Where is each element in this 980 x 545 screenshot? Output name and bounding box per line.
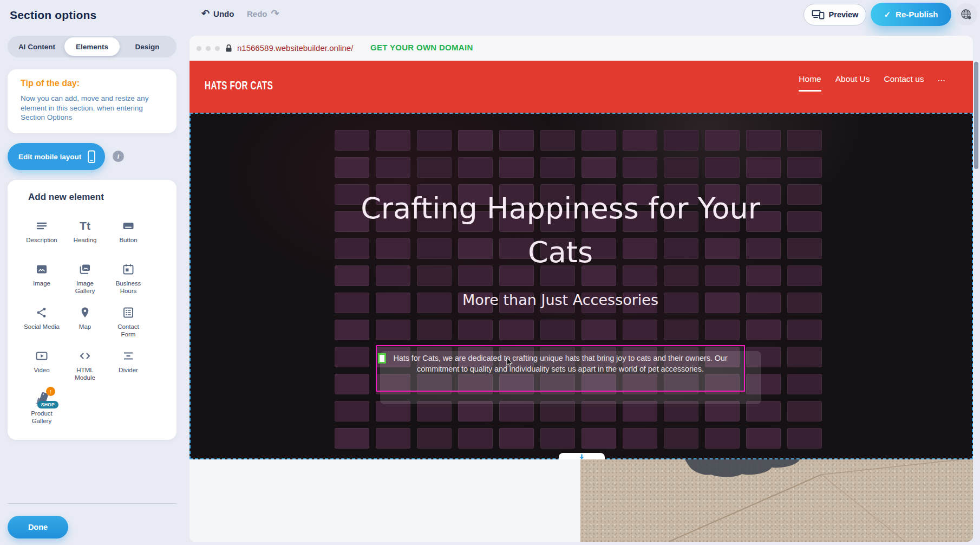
map-pin-icon xyxy=(79,304,92,321)
floor-photo xyxy=(580,459,973,542)
hero-tile xyxy=(376,157,410,178)
lock-icon xyxy=(225,44,232,53)
hero-tile xyxy=(746,130,781,151)
edit-mobile-layout-button[interactable]: Edit mobile layout xyxy=(8,143,105,170)
hero-tile xyxy=(787,401,822,421)
hero-section-selected[interactable]: Crafting Happiness for Your Cats More th… xyxy=(190,113,973,459)
hero-tile xyxy=(335,401,369,421)
hero-tile xyxy=(787,184,822,205)
tab-ai-content[interactable]: AI Content xyxy=(9,37,64,56)
hero-tile xyxy=(787,130,822,151)
hero-tile xyxy=(335,157,369,178)
element-product-gallery[interactable]: SHOP ↑ Product Gallery xyxy=(20,391,63,427)
nav-item-about-us[interactable]: About Us xyxy=(835,74,870,84)
add-element-title: Add new element xyxy=(28,192,104,203)
nav-more-icon[interactable]: ••• xyxy=(938,76,946,83)
hero-tile xyxy=(499,157,534,178)
hero-tile xyxy=(664,428,698,449)
hero-tile xyxy=(458,130,493,151)
hero-tile xyxy=(664,320,698,340)
element-divider[interactable]: Divider xyxy=(107,348,150,384)
image-icon xyxy=(35,261,48,277)
elements-grid: Description Tt Heading Button Image Imag… xyxy=(20,218,150,427)
site-header[interactable]: HATS FOR CATS Home About Us Contact us •… xyxy=(190,61,973,113)
site-logo[interactable]: HATS FOR CATS xyxy=(205,79,273,92)
floor-details xyxy=(580,459,973,542)
social-media-icon xyxy=(35,304,48,321)
nav-item-home[interactable]: Home xyxy=(799,74,821,84)
redo-button[interactable]: Redo ↷ xyxy=(247,9,279,18)
tip-of-the-day-card: Tip of the day: Now you can add, move an… xyxy=(8,69,177,133)
element-image-gallery[interactable]: Image Gallery xyxy=(63,261,107,297)
done-button[interactable]: Done xyxy=(8,516,68,538)
code-icon xyxy=(78,348,92,364)
hero-subheading[interactable]: More than Just Accessories xyxy=(355,291,766,308)
hero-tile xyxy=(664,130,698,151)
nav-item-contact-us[interactable]: Contact us xyxy=(884,74,924,84)
tab-elements[interactable]: Elements xyxy=(64,37,120,56)
hero-tile xyxy=(540,428,575,449)
heading-icon: Tt xyxy=(80,218,90,234)
shop-badge: SHOP xyxy=(37,401,58,408)
business-hours-icon xyxy=(122,261,135,277)
get-domain-link[interactable]: GET YOUR OWN DOMAIN xyxy=(370,43,473,52)
browser-chrome-bar: n1566589.websitebuilder.online/ GET YOUR… xyxy=(190,36,973,61)
hero-tile xyxy=(623,320,657,340)
tip-title: Tip of the day: xyxy=(21,79,80,88)
hero-tile xyxy=(664,157,698,178)
hero-tile xyxy=(335,347,369,367)
tab-design[interactable]: Design xyxy=(120,37,175,56)
hero-tile xyxy=(787,428,822,449)
site-url[interactable]: n1566589.websitebuilder.online/ xyxy=(237,43,353,53)
hero-tile xyxy=(335,130,369,151)
contact-form-icon xyxy=(122,304,135,321)
element-video[interactable]: Video xyxy=(20,348,63,384)
redo-icon: ↷ xyxy=(271,9,279,18)
element-heading[interactable]: Tt Heading xyxy=(63,218,107,254)
element-html-module[interactable]: HTML Module xyxy=(63,348,107,384)
nav-active-underline xyxy=(799,90,821,92)
hero-tile xyxy=(540,320,575,340)
hero-tile xyxy=(417,130,452,151)
hero-tile xyxy=(705,320,740,340)
redo-label: Redo xyxy=(247,9,267,18)
republish-button[interactable]: ✓ Re-Publish xyxy=(871,3,951,26)
element-description[interactable]: Description xyxy=(20,218,63,254)
image-gallery-icon xyxy=(78,261,92,277)
hero-tile xyxy=(458,157,493,178)
hero-tile xyxy=(417,320,452,340)
element-map[interactable]: Map xyxy=(63,304,107,340)
hero-tile xyxy=(787,320,822,340)
hero-tile xyxy=(376,428,410,449)
element-contact-form[interactable]: Contact Form xyxy=(107,304,150,340)
hero-tile xyxy=(705,157,740,178)
next-section[interactable] xyxy=(190,459,973,542)
preview-button[interactable]: Preview xyxy=(803,4,866,25)
element-button[interactable]: Button xyxy=(107,218,150,254)
description-element-selected[interactable]: Hats for Cats, we are dedicated to craft… xyxy=(376,345,745,392)
element-social-media[interactable]: Social Media xyxy=(20,304,63,340)
element-drag-handle[interactable] xyxy=(378,353,386,364)
hero-tile xyxy=(746,157,781,178)
hero-description-text: Hats for Cats, we are dedicated to craft… xyxy=(388,353,733,374)
hero-tile xyxy=(376,130,410,151)
undo-button[interactable]: ↶ Undo xyxy=(201,9,234,18)
hero-tile xyxy=(582,157,616,178)
undo-icon: ↶ xyxy=(201,9,210,18)
hero-tile xyxy=(499,320,534,340)
hero-heading[interactable]: Crafting Happiness for Your Cats xyxy=(355,186,766,274)
site-preview-window: n1566589.websitebuilder.online/ GET YOUR… xyxy=(190,36,973,542)
hero-tile xyxy=(458,428,493,449)
element-business-hours[interactable]: Business Hours xyxy=(107,261,150,297)
add-new-element-panel: Add new element Description Tt Heading B… xyxy=(8,180,177,440)
hero-tile xyxy=(582,428,616,449)
sidebar-tabs: AI Content Elements Design xyxy=(8,36,177,57)
hero-tile xyxy=(787,347,822,367)
language-globe-button[interactable] xyxy=(955,3,977,25)
page-scrollbar[interactable] xyxy=(974,62,978,169)
undo-label: Undo xyxy=(213,9,234,18)
element-image[interactable]: Image xyxy=(20,261,63,297)
info-icon[interactable]: i xyxy=(113,151,124,162)
devices-icon xyxy=(812,10,825,20)
check-icon: ✓ xyxy=(884,10,891,20)
